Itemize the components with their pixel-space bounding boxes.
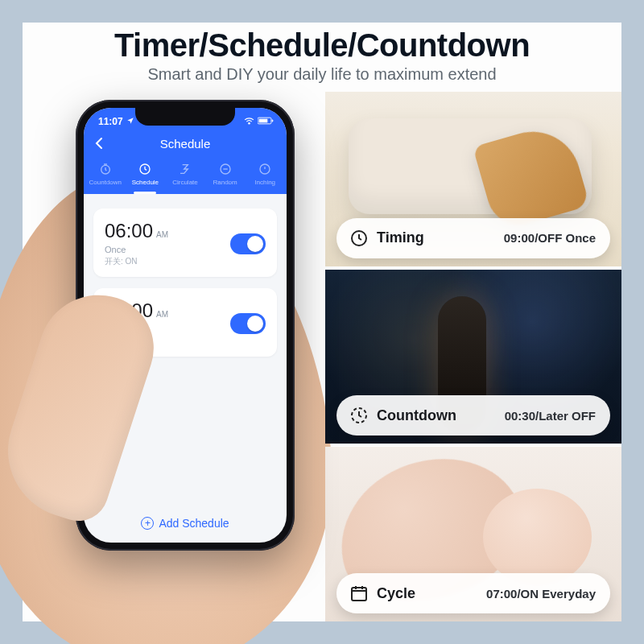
screen-header: Schedule [84,135,287,159]
tab-label: Circulate [172,179,198,186]
panel-countdown: Countdown 00:30/Later OFF [325,270,621,444]
tab-label: Inching [254,179,275,186]
screen-title: Schedule [84,137,287,151]
svg-rect-2 [259,119,268,123]
clock-icon [348,227,370,250]
panel-timing: Timing 09:00/OFF Once [325,92,621,266]
schedule-card[interactable]: 06:00 AM Once 开关: ON [93,208,277,277]
tab-inching[interactable]: Inching [245,162,285,186]
countdown-icon [98,162,113,176]
tab-random[interactable]: Random [205,162,246,186]
schedule-state: 开关: ON [105,256,168,267]
svg-point-0 [249,122,250,124]
badge-title: Cycle [377,585,415,602]
tab-schedule[interactable]: Schedule [126,162,166,186]
schedule-icon [138,162,152,176]
badge-timing: Timing 09:00/OFF Once [336,218,610,258]
tab-label: Random [213,179,237,186]
random-icon [218,162,233,176]
schedule-ampm: AM [156,310,168,319]
badge-value: 00:30/Later OFF [505,409,596,423]
badge-title: Timing [377,229,424,246]
inching-icon [258,162,272,176]
mode-tabs: Countdown Schedule Circula [84,159,287,194]
tab-label: Countdown [89,179,122,186]
plus-icon: + [141,517,154,530]
hero-title: Timer/Schedule/Countdown [23,27,621,64]
schedule-repeat: Once [105,245,168,254]
add-schedule-button[interactable]: + Add Schedule [84,517,287,530]
status-time: 11:07 [98,116,123,127]
panel-cycle: Cycle 07:00/ON Everyday [325,447,621,621]
badge-value: 07:00/ON Everyday [486,587,596,601]
badge-countdown: Countdown 00:30/Later OFF [336,395,610,436]
tab-label: Schedule [132,179,159,186]
countdown-badge-icon [348,404,370,427]
back-icon[interactable] [95,137,103,154]
hero: Timer/Schedule/Countdown Smart and DIY y… [23,23,621,92]
badge-value: 09:00/OFF Once [504,231,596,245]
location-icon [126,116,134,127]
add-schedule-label: Add Schedule [159,517,229,530]
wifi-icon [244,116,254,127]
schedule-toggle[interactable] [230,233,266,254]
phone-notch [135,108,235,126]
svg-rect-3 [272,119,274,122]
hero-subtitle: Smart and DIY your daily life to maximum… [23,65,621,84]
badge-title: Countdown [377,407,456,424]
circulate-icon [178,162,192,176]
tab-countdown[interactable]: Countdown [85,162,126,186]
tab-circulate[interactable]: Circulate [165,162,205,186]
badge-cycle: Cycle 07:00/ON Everyday [336,573,610,613]
schedule-time: 06:00 [105,220,153,242]
phone-in-hand: 11:07 [23,92,322,621]
schedule-ampm: AM [156,230,168,239]
calendar-icon [348,582,370,605]
schedule-toggle[interactable] [230,313,266,334]
battery-icon [258,116,274,127]
svg-rect-10 [352,588,366,601]
